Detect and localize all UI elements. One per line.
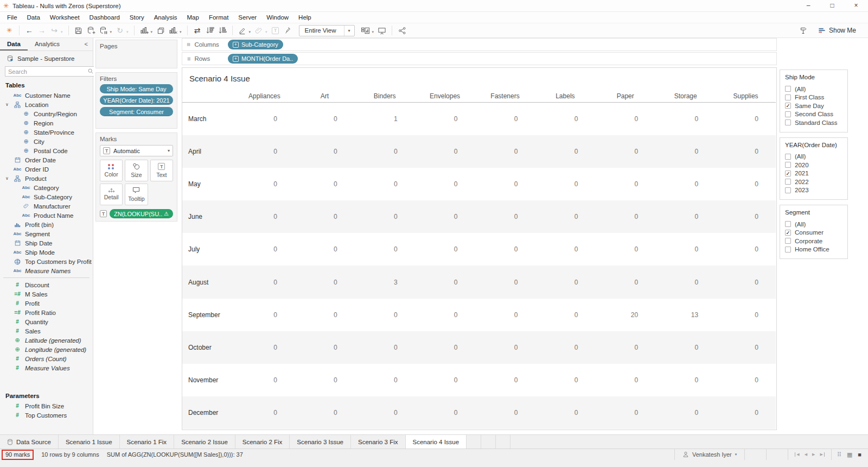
field-item[interactable]: ⊕City [0, 137, 93, 146]
share-button[interactable] [396, 24, 408, 36]
table-cell[interactable]: 0 [716, 396, 776, 429]
text-mark-pill[interactable]: ZN(LOOKUP(SU.. ⚠ [110, 209, 173, 218]
table-cell[interactable]: 0 [535, 331, 595, 364]
table-cell[interactable]: 0 [475, 364, 535, 396]
table-cell[interactable]: 0 [595, 266, 655, 298]
table-cell[interactable]: 0 [595, 200, 655, 233]
table-cell[interactable]: 0 [655, 331, 716, 364]
filter-option[interactable]: Corporate [785, 237, 843, 245]
table-cell[interactable]: 0 [295, 266, 355, 298]
table-cell[interactable]: 0 [415, 233, 475, 266]
filter-option[interactable]: ✓Consumer [785, 229, 843, 237]
table-cell[interactable]: 0 [355, 200, 415, 233]
column-header[interactable]: Art [295, 90, 355, 103]
mark-type-dropdown[interactable]: T Automatic ▾ [100, 145, 173, 156]
last-sheet-button[interactable]: ▶ [820, 452, 824, 457]
unchecked-checkbox-icon[interactable] [785, 247, 791, 253]
table-cell[interactable]: 0 [415, 103, 475, 135]
field-item[interactable]: Top Customers by Profit [0, 257, 93, 266]
field-item[interactable]: #Profit Bin Size [0, 401, 93, 411]
field-item[interactable]: Order Date [0, 155, 93, 165]
table-cell[interactable]: 0 [415, 168, 475, 200]
save-button[interactable] [73, 24, 85, 36]
pause-caret-icon[interactable]: ▾ [110, 30, 112, 34]
table-cell[interactable]: 0 [295, 396, 355, 429]
run-update-button[interactable]: ↻ [114, 24, 126, 36]
field-item[interactable]: AbcSegment [0, 229, 93, 238]
new-data-source-button[interactable] [85, 24, 97, 36]
menu-dashboard[interactable]: Dashboard [85, 12, 125, 23]
table-cell[interactable]: 0 [475, 331, 535, 364]
table-cell[interactable]: 0 [595, 331, 655, 364]
mark-button-color[interactable]: Color [100, 160, 123, 181]
table-cell[interactable]: 0 [295, 299, 355, 331]
table-cell[interactable]: 0 [475, 168, 535, 200]
filters-card[interactable]: Filters Ship Mode: Same DayYEAR(Order Da… [95, 72, 177, 129]
table-cell[interactable]: 0 [415, 331, 475, 364]
table-cell[interactable]: 0 [415, 200, 475, 233]
table-cell[interactable]: 0 [355, 364, 415, 396]
filter-option[interactable]: (All) [785, 85, 843, 93]
tab-data-source[interactable]: Data Source [0, 435, 59, 449]
tab-scenario-3-issue[interactable]: Scenario 3 Issue [290, 435, 351, 449]
sort-descending-button[interactable] [216, 24, 228, 36]
unchecked-checkbox-icon[interactable] [785, 162, 791, 168]
row-label[interactable]: October [182, 331, 234, 364]
unchecked-checkbox-icon[interactable] [785, 154, 791, 160]
field-item[interactable]: #Profit [0, 299, 93, 308]
rows-shelf[interactable]: ≡ Rows +MONTH(Order Da.. [182, 52, 777, 65]
worksheet-signpost-button[interactable] [797, 24, 809, 36]
new-dashboard-tab-button[interactable] [481, 435, 496, 449]
show-hide-cards-button[interactable] [360, 24, 372, 36]
table-cell[interactable]: 0 [295, 135, 355, 168]
marks-card[interactable]: Marks T Automatic ▾ ColorSizeTTextDetail… [95, 132, 177, 222]
first-sheet-button[interactable]: ◀ [795, 452, 799, 457]
filter-option[interactable]: Home Office [785, 245, 843, 254]
table-cell[interactable]: 0 [535, 396, 595, 429]
checked-checkbox-icon[interactable]: ✓ [785, 230, 791, 236]
menu-analysis[interactable]: Analysis [149, 12, 182, 23]
table-cell[interactable]: 0 [234, 364, 295, 396]
show-sheet-sorter-icon[interactable]: ⠿ [837, 451, 841, 458]
filter-option[interactable]: Second Class [785, 110, 843, 119]
table-cell[interactable]: 0 [295, 233, 355, 266]
row-label[interactable]: June [182, 200, 234, 233]
mark-button-text[interactable]: TText [150, 160, 173, 181]
table-cell[interactable]: 0 [535, 200, 595, 233]
menu-window[interactable]: Window [261, 12, 293, 23]
table-cell[interactable]: 0 [716, 103, 776, 135]
column-header[interactable]: Labels [535, 90, 595, 103]
filter-pill[interactable]: Ship Mode: Same Day [100, 84, 173, 93]
close-button[interactable]: × [844, 0, 868, 12]
table-cell[interactable]: 0 [295, 168, 355, 200]
table-cell[interactable]: 0 [295, 331, 355, 364]
table-cell[interactable]: 0 [535, 233, 595, 266]
row-label[interactable]: April [182, 135, 234, 168]
column-header[interactable]: Appliances [234, 90, 295, 103]
table-cell[interactable]: 0 [234, 200, 295, 233]
field-item[interactable]: AbcMeasure Names [0, 266, 93, 275]
next-sheet-button[interactable]: ▶ [812, 452, 815, 457]
filter-pill[interactable]: YEAR(Order Date): 2021 [100, 96, 173, 105]
filter-option[interactable]: ✓Same Day [785, 102, 843, 110]
row-label[interactable]: November [182, 364, 234, 396]
presentation-mode-button[interactable] [376, 24, 388, 36]
update-caret-icon[interactable]: ▾ [126, 30, 129, 34]
filter-option[interactable]: 2022 [785, 178, 843, 186]
column-header[interactable]: Envelopes [415, 90, 475, 103]
table-cell[interactable]: 0 [655, 396, 716, 429]
row-label[interactable]: August [182, 266, 234, 298]
table-cell[interactable]: 0 [655, 233, 716, 266]
table-cell[interactable]: 0 [535, 266, 595, 298]
show-filmstrip-icon[interactable]: ▦ [847, 451, 852, 458]
table-cell[interactable]: 0 [716, 233, 776, 266]
new-worksheet-tab-button[interactable] [467, 435, 481, 449]
table-cell[interactable]: 0 [355, 299, 415, 331]
table-cell[interactable]: 0 [234, 135, 295, 168]
unchecked-checkbox-icon[interactable] [785, 111, 791, 117]
unchecked-checkbox-icon[interactable] [785, 94, 791, 100]
field-item[interactable]: #Orders (Count) [0, 354, 93, 363]
column-header[interactable]: Fasteners [475, 90, 535, 103]
table-cell[interactable]: 0 [234, 331, 295, 364]
fit-selector[interactable]: Entire View ▾ [299, 25, 355, 36]
